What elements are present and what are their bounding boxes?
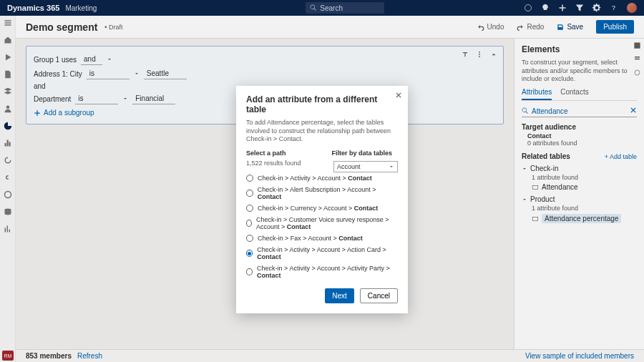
path-option[interactable]: Check-in > Activity > Account > Contact <box>246 172 398 184</box>
chevron-down-icon <box>389 164 394 170</box>
radio-icon <box>246 190 253 197</box>
radio-icon <box>246 205 253 212</box>
radio-icon <box>246 235 253 242</box>
path-option[interactable]: Check-in > Alert Subscription > Account … <box>246 184 398 202</box>
cancel-button[interactable]: Cancel <box>360 288 398 303</box>
add-attribute-modal: Add an attribute from a different table … <box>236 86 408 313</box>
path-option[interactable]: Check-in > Activity > Account > Action C… <box>246 244 398 263</box>
select-path-label: Select a path <box>246 150 286 157</box>
next-button[interactable]: Next <box>325 288 354 303</box>
filter-label: Filter by data tables <box>332 150 393 157</box>
radio-icon <box>246 250 253 257</box>
path-option[interactable]: Check-in > Activity > Account > Activity… <box>246 263 398 280</box>
close-button[interactable] <box>395 92 402 100</box>
radio-icon <box>246 268 253 275</box>
modal-title: Add an attribute from a different table <box>246 94 398 114</box>
path-option[interactable]: Check-in > Fax > Account > Contact <box>246 233 398 244</box>
radio-icon <box>246 220 252 227</box>
path-list: Check-in > Activity > Account > ContactC… <box>246 172 398 280</box>
modal-description: To add Attendance percentage, select the… <box>246 119 398 144</box>
path-option[interactable]: Check-in > Customer Voice survey respons… <box>246 214 398 233</box>
filter-dropdown[interactable]: Account <box>333 161 398 172</box>
path-option[interactable]: Check-in > Currency > Account > Contact <box>246 202 398 214</box>
radio-icon <box>246 175 253 182</box>
